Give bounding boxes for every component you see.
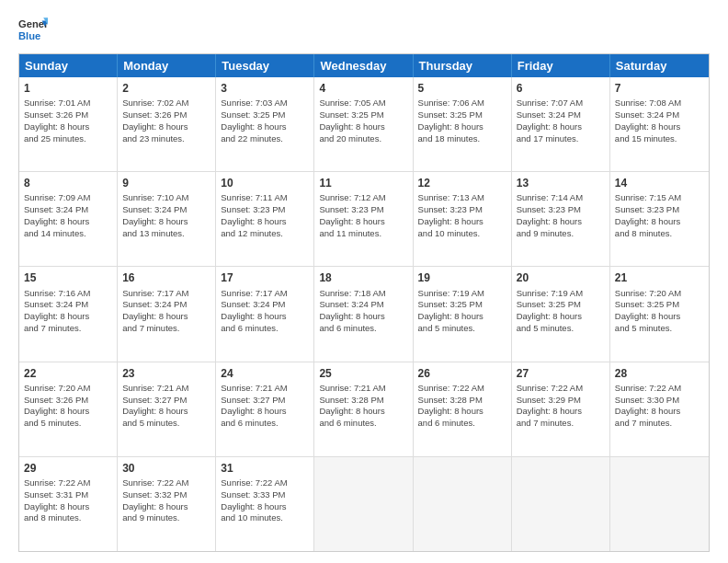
sunset-info: Sunset: 3:24 PM	[615, 109, 679, 120]
daylight-info: Daylight: 8 hours	[418, 121, 483, 132]
sunrise-info: Sunrise: 7:21 AM	[122, 383, 188, 393]
daylight-info: Daylight: 8 hours	[221, 311, 286, 321]
day-cell-17: 17Sunrise: 7:17 AMSunset: 3:24 PMDayligh…	[216, 267, 314, 361]
sunrise-info: Sunrise: 7:02 AM	[122, 98, 188, 108]
daylight-info: Daylight: 8 hours	[122, 406, 188, 416]
day-number: 11	[319, 176, 407, 190]
sunrise-info: Sunrise: 7:22 AM	[122, 477, 188, 488]
daylight-minutes: and 12 minutes.	[221, 228, 283, 238]
daylight-info: Daylight: 8 hours	[221, 406, 286, 416]
sunrise-info: Sunrise: 7:09 AM	[24, 192, 90, 202]
sunset-info: Sunset: 3:24 PM	[122, 204, 187, 214]
day-number: 27	[517, 366, 605, 381]
daylight-minutes: and 6 minutes.	[418, 418, 475, 428]
daylight-info: Daylight: 8 hours	[615, 216, 680, 226]
day-cell-9: 9Sunrise: 7:10 AMSunset: 3:24 PMDaylight…	[118, 172, 216, 266]
daylight-info: Daylight: 8 hours	[24, 501, 89, 511]
day-number: 21	[615, 270, 704, 285]
sunset-info: Sunset: 3:28 PM	[418, 395, 483, 405]
daylight-minutes: and 6 minutes.	[319, 418, 376, 428]
sunset-info: Sunset: 3:29 PM	[517, 395, 581, 405]
general-blue-logo-icon: General Blue	[18, 15, 48, 44]
daylight-minutes: and 7 minutes.	[517, 418, 574, 428]
daylight-minutes: and 10 minutes.	[221, 512, 283, 523]
day-number: 8	[24, 176, 112, 190]
day-number: 7	[615, 81, 704, 96]
sunset-info: Sunset: 3:23 PM	[517, 204, 581, 214]
sunrise-info: Sunrise: 7:22 AM	[615, 383, 681, 393]
logo: General Blue	[18, 15, 48, 44]
day-cell-15: 15Sunrise: 7:16 AMSunset: 3:24 PMDayligh…	[19, 267, 118, 361]
day-number: 30	[122, 461, 210, 476]
page: General Blue SundayMondayTuesdayWednesda…	[0, 0, 728, 563]
header-cell-saturday: Saturday	[610, 54, 709, 77]
day-cell-30: 30Sunrise: 7:22 AMSunset: 3:32 PMDayligh…	[118, 457, 216, 551]
daylight-minutes: and 6 minutes.	[319, 323, 376, 333]
sunrise-info: Sunrise: 7:14 AM	[517, 192, 583, 202]
daylight-info: Daylight: 8 hours	[122, 311, 188, 321]
daylight-minutes: and 9 minutes.	[517, 228, 574, 238]
sunset-info: Sunset: 3:28 PM	[319, 395, 383, 405]
sunrise-info: Sunrise: 7:22 AM	[24, 477, 90, 488]
daylight-minutes: and 9 minutes.	[122, 512, 179, 523]
daylight-info: Daylight: 8 hours	[122, 216, 188, 226]
day-number: 6	[517, 81, 605, 96]
sunset-info: Sunset: 3:32 PM	[122, 489, 187, 500]
daylight-minutes: and 6 minutes.	[221, 418, 278, 428]
sunset-info: Sunset: 3:25 PM	[418, 109, 483, 120]
day-cell-25: 25Sunrise: 7:21 AMSunset: 3:28 PMDayligh…	[314, 362, 413, 456]
sunset-info: Sunset: 3:23 PM	[615, 204, 679, 214]
sunset-info: Sunset: 3:24 PM	[24, 204, 88, 214]
day-number: 18	[319, 270, 407, 285]
day-cell-29: 29Sunrise: 7:22 AMSunset: 3:31 PMDayligh…	[19, 457, 118, 551]
calendar-body: 1Sunrise: 7:01 AMSunset: 3:26 PMDaylight…	[19, 77, 709, 551]
header-cell-thursday: Thursday	[414, 54, 512, 77]
calendar-row-5: 29Sunrise: 7:22 AMSunset: 3:31 PMDayligh…	[19, 456, 709, 551]
daylight-minutes: and 6 minutes.	[221, 323, 278, 333]
day-cell-5: 5Sunrise: 7:06 AMSunset: 3:25 PMDaylight…	[414, 77, 512, 171]
daylight-minutes: and 20 minutes.	[319, 133, 381, 144]
daylight-minutes: and 17 minutes.	[517, 133, 579, 144]
daylight-info: Daylight: 8 hours	[615, 311, 680, 321]
day-cell-18: 18Sunrise: 7:18 AMSunset: 3:24 PMDayligh…	[314, 267, 413, 361]
header-cell-tuesday: Tuesday	[216, 54, 314, 77]
sunrise-info: Sunrise: 7:22 AM	[517, 383, 583, 393]
daylight-info: Daylight: 8 hours	[418, 406, 483, 416]
day-number: 13	[517, 176, 605, 190]
sunset-info: Sunset: 3:25 PM	[517, 299, 581, 309]
day-cell-11: 11Sunrise: 7:12 AMSunset: 3:23 PMDayligh…	[314, 172, 413, 266]
day-number: 25	[319, 366, 407, 381]
daylight-minutes: and 25 minutes.	[24, 133, 86, 144]
day-cell-23: 23Sunrise: 7:21 AMSunset: 3:27 PMDayligh…	[118, 362, 216, 456]
sunrise-info: Sunrise: 7:06 AM	[418, 98, 484, 108]
sunset-info: Sunset: 3:26 PM	[122, 109, 187, 120]
daylight-minutes: and 5 minutes.	[615, 323, 672, 333]
sunset-info: Sunset: 3:26 PM	[24, 395, 88, 405]
header-cell-sunday: Sunday	[19, 54, 118, 77]
daylight-minutes: and 5 minutes.	[418, 323, 475, 333]
daylight-minutes: and 5 minutes.	[517, 323, 574, 333]
sunset-info: Sunset: 3:24 PM	[221, 299, 285, 309]
header-cell-monday: Monday	[118, 54, 216, 77]
header-cell-wednesday: Wednesday	[314, 54, 413, 77]
day-number: 19	[418, 270, 506, 285]
sunrise-info: Sunrise: 7:08 AM	[615, 98, 681, 108]
day-number: 14	[615, 176, 704, 190]
calendar-row-3: 15Sunrise: 7:16 AMSunset: 3:24 PMDayligh…	[19, 266, 709, 361]
sunrise-info: Sunrise: 7:12 AM	[319, 192, 385, 202]
daylight-minutes: and 7 minutes.	[122, 323, 179, 333]
daylight-minutes: and 23 minutes.	[122, 133, 185, 144]
daylight-minutes: and 8 minutes.	[24, 512, 81, 523]
empty-cell	[610, 457, 709, 551]
daylight-info: Daylight: 8 hours	[418, 311, 483, 321]
sunrise-info: Sunrise: 7:20 AM	[615, 288, 681, 298]
day-number: 20	[517, 270, 605, 285]
day-number: 31	[221, 461, 309, 476]
calendar-row-2: 8Sunrise: 7:09 AMSunset: 3:24 PMDaylight…	[19, 171, 709, 266]
sunrise-info: Sunrise: 7:22 AM	[418, 383, 484, 393]
day-cell-14: 14Sunrise: 7:15 AMSunset: 3:23 PMDayligh…	[610, 172, 709, 266]
empty-cell	[314, 457, 413, 551]
daylight-info: Daylight: 8 hours	[221, 501, 286, 511]
day-cell-19: 19Sunrise: 7:19 AMSunset: 3:25 PMDayligh…	[414, 267, 512, 361]
header: General Blue	[18, 15, 710, 44]
